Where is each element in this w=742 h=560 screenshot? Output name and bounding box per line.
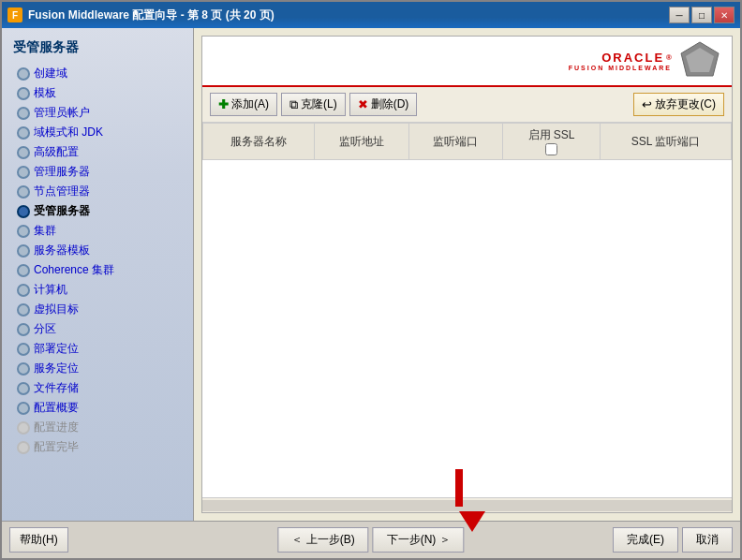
cancel-label: 取消 <box>696 532 719 548</box>
clone-button[interactable]: ⧉ 克隆(L) <box>281 93 346 116</box>
app-icon: F <box>7 7 22 22</box>
add-label: 添加(A) <box>231 96 269 112</box>
sidebar-bullet <box>17 343 30 356</box>
sidebar-item-server-template[interactable]: 服务器模板 <box>2 241 193 260</box>
sidebar-link-cluster[interactable]: 集群 <box>34 223 56 239</box>
sidebar-link-admin-account[interactable]: 管理员帐户 <box>34 105 90 121</box>
sidebar-item-config-summary[interactable]: 配置概要 <box>2 398 193 418</box>
sidebar-item-admin-account[interactable]: 管理员帐户 <box>2 103 193 123</box>
sidebar-label-config-progress: 配置进度 <box>34 420 79 435</box>
sidebar-link-config-summary[interactable]: 配置概要 <box>34 400 79 416</box>
sidebar: 受管服务器 创建域 模板 管理员帐户 域模式和 JDK 高级配置 <box>2 28 194 521</box>
sidebar-item-template[interactable]: 模板 <box>2 83 193 103</box>
sidebar-item-cluster[interactable]: 集群 <box>2 221 193 241</box>
oracle-brand: ORACLE ® FUSION MIDDLEWARE <box>569 51 672 71</box>
oracle-registered: ® <box>666 53 672 62</box>
sidebar-bullet <box>17 382 30 395</box>
table-area[interactable]: 服务器名称 监听地址 监听端口 启用 SSL SSL 监听端口 <box>202 123 732 497</box>
data-table: 服务器名称 监听地址 监听端口 启用 SSL SSL 监听端口 <box>202 123 732 160</box>
col-ssl-enabled: 启用 SSL <box>503 124 601 160</box>
next-button[interactable]: 下一步(N) ＞ <box>373 527 465 553</box>
logo-bar: ORACLE ® FUSION MIDDLEWARE <box>202 37 732 87</box>
oracle-pentagon-icon <box>679 40 720 81</box>
sidebar-item-advanced-config[interactable]: 高级配置 <box>2 142 193 162</box>
sidebar-item-domain-mode-jdk[interactable]: 域模式和 JDK <box>2 123 193 142</box>
oracle-sub-text: FUSION MIDDLEWARE <box>569 65 672 71</box>
sidebar-link-partition[interactable]: 分区 <box>34 321 56 337</box>
sidebar-bullet <box>17 87 30 100</box>
sidebar-bullet <box>17 421 30 435</box>
sidebar-link-manage-server[interactable]: 管理服务器 <box>34 164 90 180</box>
sidebar-bullet <box>17 402 30 415</box>
close-button[interactable]: ✕ <box>714 7 735 23</box>
nav-buttons: ＜ 上一步(B) 下一步(N) ＞ <box>277 527 464 553</box>
sidebar-item-config-progress: 配置进度 <box>2 418 193 437</box>
sidebar-bullet <box>17 244 30 258</box>
sidebar-item-service-targeting[interactable]: 服务定位 <box>2 359 193 378</box>
sidebar-item-create-domain[interactable]: 创建域 <box>2 64 193 83</box>
add-icon: ✚ <box>218 97 229 111</box>
sidebar-bullet <box>17 323 30 336</box>
finish-button[interactable]: 完成(E) <box>613 527 678 553</box>
sidebar-bullet <box>17 107 30 120</box>
cancel-button[interactable]: 取消 <box>682 527 733 553</box>
minimize-button[interactable]: ─ <box>669 7 690 23</box>
window-controls: ─ □ ✕ <box>669 7 735 23</box>
sidebar-item-managed-server[interactable]: 受管服务器 <box>2 201 193 221</box>
col-server-name: 服务器名称 <box>203 124 315 160</box>
sidebar-item-partition[interactable]: 分区 <box>2 319 193 339</box>
sidebar-item-machine[interactable]: 计算机 <box>2 280 193 300</box>
oracle-logo: ORACLE ® <box>601 51 672 65</box>
delete-button[interactable]: ✖ 删除(D) <box>349 93 418 116</box>
help-button[interactable]: 帮助(H) <box>9 527 68 553</box>
bottom-bar: 帮助(H) ＜ 上一步(B) 下一步(N) ＞ 完成(E) 取消 <box>2 521 740 558</box>
right-buttons: 完成(E) 取消 <box>613 527 733 553</box>
window-title: Fusion Middleware 配置向导 - 第 8 页 (共 20 页) <box>28 7 275 23</box>
sidebar-link-service-targeting[interactable]: 服务定位 <box>34 361 79 376</box>
sidebar-link-deploy-targeting[interactable]: 部署定位 <box>34 341 79 357</box>
sidebar-item-config-complete: 配置完毕 <box>2 437 193 457</box>
sidebar-item-deploy-targeting[interactable]: 部署定位 <box>2 339 193 359</box>
sidebar-label-managed-server: 受管服务器 <box>34 203 90 219</box>
sidebar-bullet <box>17 225 30 238</box>
sidebar-link-machine[interactable]: 计算机 <box>34 282 67 298</box>
sidebar-link-template[interactable]: 模板 <box>34 85 56 101</box>
bottom-bar-inner: 帮助(H) ＜ 上一步(B) 下一步(N) ＞ 完成(E) 取消 <box>9 527 733 553</box>
clone-label: 克隆(L) <box>301 96 337 112</box>
sidebar-bullet <box>17 284 30 297</box>
sidebar-bullet <box>17 166 30 179</box>
sidebar-bullet <box>17 303 30 317</box>
col-ssl-port: SSL 监听端口 <box>600 124 731 160</box>
sidebar-link-advanced-config[interactable]: 高级配置 <box>34 144 79 160</box>
prev-button[interactable]: ＜ 上一步(B) <box>277 527 368 553</box>
sidebar-link-create-domain[interactable]: 创建域 <box>34 66 67 81</box>
next-label: 下一步(N) ＞ <box>387 532 451 548</box>
col-listen-port: 监听端口 <box>408 124 503 160</box>
abandon-icon: ↩ <box>642 97 652 111</box>
sidebar-link-virtual-target[interactable]: 虚拟目标 <box>34 302 79 317</box>
sidebar-link-coherence-cluster[interactable]: Coherence 集群 <box>34 262 114 278</box>
add-button[interactable]: ✚ 添加(A) <box>210 93 277 116</box>
sidebar-label-config-complete: 配置完毕 <box>34 439 79 455</box>
prev-label: ＜ 上一步(B) <box>291 532 354 548</box>
maximize-button[interactable]: □ <box>691 7 712 23</box>
main-area: 受管服务器 创建域 模板 管理员帐户 域模式和 JDK 高级配置 <box>2 28 740 521</box>
col-listen-addr: 监听地址 <box>315 124 409 160</box>
sidebar-item-coherence-cluster[interactable]: Coherence 集群 <box>2 260 193 280</box>
ssl-header-checkbox[interactable] <box>545 143 557 155</box>
sidebar-item-manage-server[interactable]: 管理服务器 <box>2 162 193 182</box>
sidebar-link-server-template[interactable]: 服务器模板 <box>34 243 90 258</box>
sidebar-item-node-manager[interactable]: 节点管理器 <box>2 182 193 201</box>
sidebar-header: 受管服务器 <box>2 36 193 64</box>
delete-icon: ✖ <box>358 97 368 111</box>
sidebar-bullet <box>17 126 30 140</box>
sidebar-item-file-storage[interactable]: 文件存储 <box>2 378 193 398</box>
abandon-button[interactable]: ↩ 放弃更改(C) <box>633 93 724 116</box>
sidebar-link-node-manager[interactable]: 节点管理器 <box>34 184 90 199</box>
abandon-label: 放弃更改(C) <box>655 96 716 112</box>
horizontal-scrollbar[interactable] <box>202 497 732 512</box>
sidebar-bullet <box>17 264 30 277</box>
sidebar-link-domain-mode-jdk[interactable]: 域模式和 JDK <box>34 125 103 140</box>
sidebar-link-file-storage[interactable]: 文件存储 <box>34 380 79 396</box>
sidebar-item-virtual-target[interactable]: 虚拟目标 <box>2 300 193 319</box>
